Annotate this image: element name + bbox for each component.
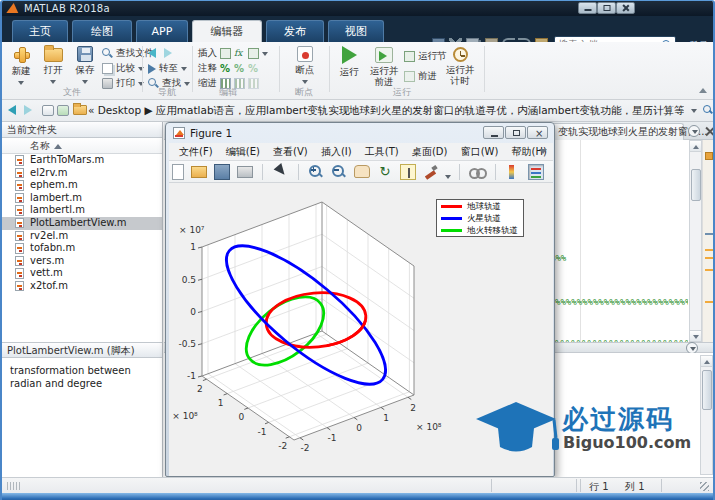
data-cursor-icon[interactable]: [400, 164, 416, 180]
file-row[interactable]: el2rv.m: [2, 167, 162, 180]
rotate-3d-icon[interactable]: ↻: [377, 164, 393, 180]
browse-folder-icon[interactable]: [57, 105, 69, 116]
scroll-up-icon[interactable]: [690, 141, 701, 152]
file-row-selected[interactable]: PlotLambertView.m: [2, 217, 162, 230]
breadcrumb-path[interactable]: « Desktop ▶ 应用matlab语言，应用lambert变轨实现地球到火…: [88, 104, 684, 118]
file-row[interactable]: lambertl.m: [2, 204, 162, 217]
compare-button[interactable]: 比较: [102, 62, 144, 75]
scroll-down-icon[interactable]: [690, 330, 701, 341]
pan-icon[interactable]: [354, 165, 370, 178]
file-row[interactable]: tofabn.m: [2, 242, 162, 255]
advance-button[interactable]: 前进: [404, 70, 437, 83]
file-row[interactable]: x2tof.m: [2, 280, 162, 293]
close-button[interactable]: [616, 2, 635, 14]
forward-button[interactable]: [164, 46, 172, 59]
annotation-marker[interactable]: [705, 257, 713, 259]
find-files-button[interactable]: 查找文件: [102, 47, 154, 60]
file-row[interactable]: ephem.m: [2, 179, 162, 192]
name-column-header[interactable]: 名称: [2, 138, 162, 154]
save-figure-icon[interactable]: [214, 164, 230, 180]
new-figure-icon[interactable]: [172, 164, 184, 180]
tab-view[interactable]: 视图: [328, 20, 384, 42]
menu-overflow-icon[interactable]: [539, 149, 547, 154]
path-dropdown-icon[interactable]: [691, 109, 697, 113]
figure-minimize-button[interactable]: [483, 126, 504, 139]
save-label: 保存: [76, 64, 95, 75]
scrollbar-thumb[interactable]: [702, 370, 712, 410]
up-folder-icon[interactable]: [42, 105, 54, 116]
maximize-button[interactable]: [597, 2, 616, 14]
insert-legend-icon[interactable]: [528, 164, 544, 180]
tab-apps[interactable]: APP: [136, 20, 188, 42]
breakpoints-button[interactable]: 断点: [288, 45, 322, 86]
lower-pane-scrollbar[interactable]: [700, 355, 713, 475]
plot-legend[interactable]: 地球轨道 火星轨道 地火转移轨道: [436, 199, 524, 237]
figure-titlebar[interactable]: Figure 1 ×: [168, 124, 552, 143]
tab-plots[interactable]: 绘图: [72, 20, 132, 42]
nav-forward-icon[interactable]: [24, 105, 32, 115]
file-row[interactable]: vett.m: [2, 267, 162, 280]
annotation-marker[interactable]: [705, 233, 713, 235]
mfile-icon: [15, 268, 24, 279]
menu-file[interactable]: 文件(F): [179, 143, 213, 161]
figure-maximize-button[interactable]: [505, 126, 526, 139]
insert-colorbar-icon[interactable]: [505, 164, 521, 180]
tab-publish[interactable]: 发布: [266, 20, 324, 42]
scroll-up-icon[interactable]: [701, 356, 712, 367]
run-section-button[interactable]: 运行节: [404, 50, 447, 63]
close-document-icon[interactable]: [705, 126, 715, 136]
menu-edit[interactable]: 编辑(E): [226, 143, 260, 161]
scrollbar-thumb[interactable]: [691, 169, 701, 201]
resize-grip-icon[interactable]: [700, 482, 709, 491]
zoom-out-icon[interactable]: [331, 164, 347, 180]
run-time-button[interactable]: 运行并计时: [442, 45, 478, 86]
insert-button[interactable]: 插入 fx: [198, 47, 268, 60]
statusbar-grip[interactable]: [7, 482, 21, 490]
y-exponent-label: × 10⁸: [172, 411, 198, 421]
editor-gutter-divider: [580, 140, 581, 342]
message-indicator-icon[interactable]: [705, 152, 713, 160]
back-button[interactable]: [148, 46, 156, 59]
file-row[interactable]: rv2el.m: [2, 230, 162, 243]
annotation-marker[interactable]: [705, 269, 713, 271]
save-button[interactable]: 保存: [70, 45, 100, 86]
goto-button[interactable]: 转至: [148, 62, 187, 75]
tab-home[interactable]: 主页: [12, 20, 68, 42]
open-file-icon[interactable]: [191, 166, 207, 178]
edit-plot-icon[interactable]: [272, 164, 288, 180]
run-advance-button[interactable]: 运行并前进: [366, 45, 402, 87]
tab-list-icon[interactable]: [688, 125, 700, 137]
zoom-in-icon[interactable]: [308, 164, 324, 180]
minimize-button[interactable]: [578, 2, 597, 14]
menu-window[interactable]: 窗口(W): [461, 143, 499, 161]
run-button[interactable]: 运行: [334, 45, 364, 77]
file-row[interactable]: lambert.m: [2, 192, 162, 205]
file-row[interactable]: EarthToMars.m: [2, 154, 162, 167]
print-figure-icon[interactable]: [237, 166, 253, 178]
annotation-marker[interactable]: [705, 301, 713, 303]
menu-tools[interactable]: 工具(T): [365, 143, 399, 161]
collapse-ribbon-icon[interactable]: [699, 88, 707, 93]
menu-desktop[interactable]: 桌面(D): [412, 143, 448, 161]
comment-button[interactable]: 注释 %%%: [198, 62, 259, 75]
editor-tab-title[interactable]: 变轨实现地球到火星的发射窗口...: [558, 125, 708, 139]
file-row[interactable]: vers.m: [2, 255, 162, 268]
run-time-label: 运行并计时: [446, 64, 475, 86]
nav-back-icon[interactable]: [8, 105, 16, 115]
address-search-icon[interactable]: [703, 105, 712, 114]
file-details-header[interactable]: PlotLambertView.m (脚本): [2, 342, 162, 358]
brush-dropdown-icon[interactable]: [445, 175, 451, 179]
z-tick: 1: [190, 242, 196, 252]
current-folder-header[interactable]: 当前文件夹: [2, 122, 162, 138]
menu-insert[interactable]: 插入(I): [321, 143, 352, 161]
figure-close-button[interactable]: ×: [527, 126, 548, 139]
annotation-marker[interactable]: [705, 249, 713, 251]
editor-vertical-scrollbar[interactable]: [689, 140, 702, 342]
tab-editor[interactable]: 编辑器: [192, 20, 262, 42]
open-button[interactable]: 打开: [38, 45, 68, 86]
mfile-icon: [15, 205, 24, 216]
brush-icon[interactable]: [423, 164, 439, 180]
menu-view[interactable]: 查看(V): [273, 143, 308, 161]
link-plot-icon[interactable]: [469, 164, 485, 180]
new-button[interactable]: 新建: [6, 45, 36, 87]
